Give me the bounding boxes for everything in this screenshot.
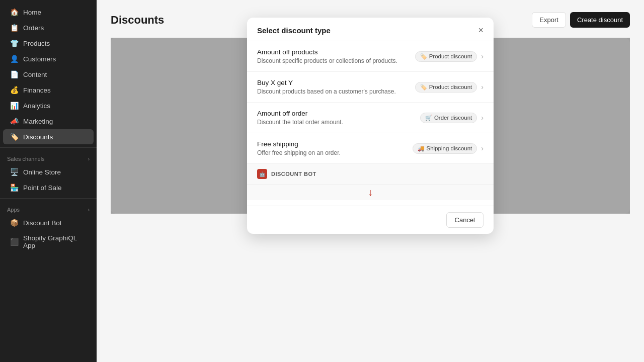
discount-bot-label: Discount Bot	[23, 219, 62, 227]
export-button[interactable]: Export	[532, 12, 566, 28]
apps-arrow[interactable]: ›	[88, 207, 90, 213]
chevron-free-shipping: ›	[481, 144, 484, 152]
badge-label-buy-x-get-y: Product discount	[429, 84, 472, 90]
marketing-icon: 📣	[10, 117, 18, 125]
discount-bot-icon: 🤖	[257, 169, 267, 179]
discounts-background: % S	[111, 38, 630, 214]
sidebar-item-discount-bot[interactable]: 📦Discount Bot	[3, 215, 94, 230]
products-label: Products	[23, 40, 50, 47]
discounts-label: Discounts	[23, 133, 53, 141]
sales-channels-arrow[interactable]: ›	[88, 156, 90, 162]
badge-free-shipping: 🚚 Shipping discount	[413, 143, 477, 154]
customers-icon: 👤	[10, 55, 18, 63]
finances-label: Finances	[23, 86, 51, 94]
content-label: Content	[23, 71, 47, 78]
discount-bot-icon: 📦	[10, 219, 18, 227]
online-store-icon: 🖥️	[10, 168, 18, 176]
modal-footer: Cancel	[247, 206, 494, 234]
badge-buy-x-get-y: 🏷️ Product discount	[415, 82, 477, 93]
modal-title: Select discount type	[257, 26, 331, 35]
badge-amount-off-products: 🏷️ Product discount	[415, 51, 477, 62]
create-discount-button[interactable]: Create discount	[570, 12, 630, 28]
discount-option-amount-off-order[interactable]: Amount off order Discount the total orde…	[247, 103, 494, 133]
finances-icon: 💰	[10, 86, 18, 94]
option-desc-free-shipping: Offer free shipping on an order.	[257, 149, 341, 156]
modal-header: Select discount type ×	[247, 18, 494, 41]
home-label: Home	[23, 9, 41, 16]
marketing-label: Marketing	[23, 118, 53, 125]
sidebar-item-products[interactable]: 👕Products	[3, 36, 94, 51]
analytics-icon: 📊	[10, 102, 18, 110]
sidebar-item-finances[interactable]: 💰Finances	[3, 82, 94, 98]
analytics-label: Analytics	[23, 102, 50, 110]
option-name-amount-off-order: Amount off order	[257, 110, 343, 117]
orders-label: Orders	[23, 24, 44, 32]
select-discount-modal: Select discount type × Amount off produc…	[247, 18, 494, 234]
sidebar-item-shopify-graphiql[interactable]: ⬛Shopify GraphiQL App	[3, 231, 94, 253]
cancel-button[interactable]: Cancel	[446, 212, 484, 228]
discount-option-free-shipping[interactable]: Free shipping Offer free shipping on an …	[247, 133, 494, 164]
apps-label: Apps ›	[0, 202, 97, 215]
option-name-amount-off-products: Amount off products	[257, 48, 397, 56]
orders-icon: 📋	[10, 24, 18, 32]
option-name-buy-x-get-y: Buy X get Y	[257, 79, 396, 86]
sales-channels-label: Sales channels ›	[0, 151, 97, 164]
badge-icon-amount-off-order: 🛒	[425, 115, 432, 121]
option-desc-buy-x-get-y: Discount products based on a customer's …	[257, 88, 396, 95]
option-desc-amount-off-products: Discount specific products or collection…	[257, 57, 397, 64]
customers-label: Customers	[23, 55, 56, 63]
app-section-header: 🤖 DISCOUNT BOT	[247, 164, 494, 185]
badge-icon-free-shipping: 🚚	[418, 145, 425, 152]
chevron-amount-off-order: ›	[481, 114, 484, 122]
badge-label-amount-off-order: Order discount	[434, 115, 472, 121]
home-icon: 🏠	[10, 8, 18, 16]
point-of-sale-icon: 🏪	[10, 184, 18, 192]
discount-option-amount-off-products[interactable]: Amount off products Discount specific pr…	[247, 41, 494, 72]
sidebar-item-home[interactable]: 🏠Home	[3, 5, 94, 20]
header-buttons: Export Create discount	[532, 12, 630, 28]
badge-label-amount-off-products: Product discount	[429, 53, 472, 59]
sidebar-item-analytics[interactable]: 📊Analytics	[3, 98, 94, 113]
sidebar-item-point-of-sale[interactable]: 🏪Point of Sale	[3, 180, 94, 195]
option-desc-amount-off-order: Discount the total order amount.	[257, 119, 343, 126]
modal-close-button[interactable]: ×	[478, 26, 484, 35]
main-content: Discounts Export Create discount %	[97, 0, 644, 362]
chevron-amount-off-products: ›	[481, 52, 484, 60]
shopify-graphiql-label: Shopify GraphiQL App	[23, 234, 87, 249]
sidebar-item-orders[interactable]: 📋Orders	[3, 20, 94, 35]
sidebar-item-customers[interactable]: 👤Customers	[3, 51, 94, 66]
modal-body: Amount off products Discount specific pr…	[247, 41, 494, 206]
badge-label-free-shipping: Shipping discount	[427, 145, 472, 151]
option-name-free-shipping: Free shipping	[257, 140, 341, 148]
app-section-name: DISCOUNT BOT	[271, 171, 316, 177]
discount-option-buy-x-get-y[interactable]: Buy X get Y Discount products based on a…	[247, 72, 494, 103]
sidebar-item-discounts[interactable]: 🏷️Discounts	[3, 129, 94, 144]
sidebar-item-online-store[interactable]: 🖥️Online Store	[3, 164, 94, 179]
page-title: Discounts	[111, 14, 164, 27]
badge-icon-amount-off-products: 🏷️	[420, 53, 427, 60]
shopify-graphiql-icon: ⬛	[10, 238, 18, 246]
badge-amount-off-order: 🛒 Order discount	[420, 113, 477, 123]
app-arrow-down: ↓	[247, 185, 494, 200]
discounts-icon: 🏷️	[10, 133, 18, 141]
badge-icon-buy-x-get-y: 🏷️	[420, 84, 427, 90]
sidebar: 🏠Home📋Orders👕Products👤Customers📄Content💰…	[0, 0, 97, 362]
chevron-buy-x-get-y: ›	[481, 83, 484, 91]
content-icon: 📄	[10, 70, 18, 78]
sidebar-item-content[interactable]: 📄Content	[3, 67, 94, 82]
modal-overlay: Select discount type × Amount off produc…	[111, 38, 630, 214]
point-of-sale-label: Point of Sale	[23, 184, 62, 192]
online-store-label: Online Store	[23, 168, 61, 176]
sidebar-item-marketing[interactable]: 📣Marketing	[3, 114, 94, 129]
app-discount-option[interactable]: Amount off products 🏷️ Product discount …	[247, 200, 494, 206]
arrow-down-icon: ↓	[368, 187, 373, 198]
products-icon: 👕	[10, 39, 18, 47]
